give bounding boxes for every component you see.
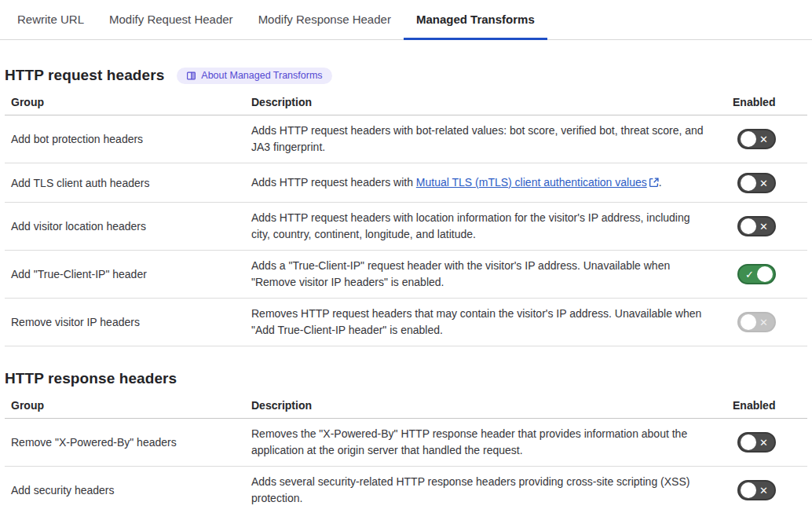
column-header-enabled: Enabled	[733, 399, 776, 412]
tab-modify-response-header[interactable]: Modify Response Header	[246, 0, 404, 40]
column-header-group: Group	[11, 399, 251, 412]
table-row-add-tls-client-auth: Add TLS client auth headers Adds HTTP re…	[5, 163, 807, 203]
tab-managed-transforms[interactable]: Managed Transforms	[404, 0, 547, 40]
row-description: Removes the "X-Powered-By" HTTP response…	[251, 426, 733, 459]
toggle-knob	[741, 314, 756, 330]
toggle-remove-x-powered-by[interactable]: ✓ ✕	[737, 432, 776, 453]
badge-label: About Managed Transforms	[201, 71, 322, 81]
toggle-knob	[741, 131, 756, 147]
row-group-label: Add visitor location headers	[11, 220, 251, 233]
row-group-label: Add bot protection headers	[11, 133, 251, 145]
row-description: Adds a "True-Client-IP" request header w…	[251, 258, 733, 291]
transform-rules-tabbar: Rewrite URL Modify Request Header Modify…	[0, 0, 812, 40]
toggle-knob	[741, 175, 756, 191]
column-header-description: Description	[251, 96, 733, 108]
tab-rewrite-url[interactable]: Rewrite URL	[5, 0, 97, 40]
column-header-description: Description	[251, 399, 733, 412]
response-headers-table: Group Description Enabled Remove "X-Powe…	[5, 395, 807, 513]
toggle-x-icon: ✕	[759, 134, 768, 145]
toggle-remove-visitor-ip: ✓ ✕	[737, 312, 776, 332]
toggle-check-icon: ✓	[745, 269, 754, 280]
toggle-add-security-headers[interactable]: ✓ ✕	[737, 480, 776, 500]
toggle-add-visitor-location[interactable]: ✓ ✕	[737, 216, 776, 236]
description-prefix: Adds HTTP request headers with	[251, 176, 416, 189]
table-row-add-bot-protection: Add bot protection headers Adds HTTP req…	[5, 115, 807, 163]
toggle-add-bot-protection[interactable]: ✓ ✕	[737, 129, 776, 149]
row-group-label: Add "True-Client-IP" header	[11, 268, 251, 280]
table-row-add-security-headers: Add security headers Adds several securi…	[5, 467, 807, 513]
request-headers-title: HTTP request headers	[5, 67, 164, 84]
managed-transforms-panel: HTTP request headers About Managed Trans…	[0, 67, 812, 513]
description-suffix: .	[659, 176, 662, 189]
toggle-x-icon: ✕	[759, 438, 768, 448]
column-header-enabled: Enabled	[733, 96, 776, 108]
row-description: Adds several security-related HTTP respo…	[251, 474, 733, 507]
table-row-remove-x-powered-by: Remove "X-Powered-By" headers Removes th…	[5, 419, 807, 467]
about-managed-transforms-badge[interactable]: About Managed Transforms	[177, 68, 331, 84]
row-group-label: Add security headers	[11, 484, 251, 497]
table-row-add-true-client-ip: Add "True-Client-IP" header Adds a "True…	[5, 251, 807, 299]
response-table-header: Group Description Enabled	[5, 395, 807, 419]
toggle-add-tls-client-auth[interactable]: ✓ ✕	[737, 173, 776, 193]
link-text: Mutual TLS (mTLS) client authentication …	[416, 176, 647, 189]
table-row-remove-visitor-ip: Remove visitor IP headers Removes HTTP r…	[5, 299, 807, 346]
toggle-add-true-client-ip[interactable]: ✓ ✕	[737, 264, 776, 284]
mtls-docs-link[interactable]: Mutual TLS (mTLS) client authentication …	[416, 176, 659, 189]
row-description: Adds HTTP request headers with location …	[251, 210, 733, 243]
request-headers-section-head: HTTP request headers About Managed Trans…	[5, 67, 807, 84]
row-group-label: Remove visitor IP headers	[11, 316, 251, 328]
response-headers-section-head: HTTP response headers	[5, 370, 807, 387]
toggle-knob	[741, 482, 756, 498]
toggle-x-icon: ✕	[759, 486, 768, 496]
table-row-add-visitor-location: Add visitor location headers Adds HTTP r…	[5, 203, 807, 251]
row-group-label: Remove "X-Powered-By" headers	[11, 436, 251, 449]
toggle-knob	[757, 266, 773, 282]
external-link-icon	[647, 176, 659, 189]
column-header-group: Group	[11, 96, 251, 108]
toggle-x-icon: ✕	[759, 178, 768, 188]
row-description: Adds HTTP request headers with Mutual TL…	[251, 174, 733, 191]
row-description: Adds HTTP request headers with bot-relat…	[251, 123, 733, 156]
toggle-x-icon: ✕	[759, 317, 768, 328]
tab-modify-request-header[interactable]: Modify Request Header	[97, 0, 246, 40]
row-group-label: Add TLS client auth headers	[11, 177, 251, 189]
request-headers-table: Group Description Enabled Add bot protec…	[5, 92, 807, 346]
response-headers-title: HTTP response headers	[5, 370, 177, 387]
toggle-x-icon: ✕	[759, 222, 768, 232]
row-description: Removes HTTP request headers that may co…	[251, 306, 733, 339]
open-book-icon	[186, 71, 196, 81]
request-table-header: Group Description Enabled	[5, 92, 807, 115]
toggle-knob	[741, 434, 756, 450]
toggle-knob	[741, 218, 756, 234]
